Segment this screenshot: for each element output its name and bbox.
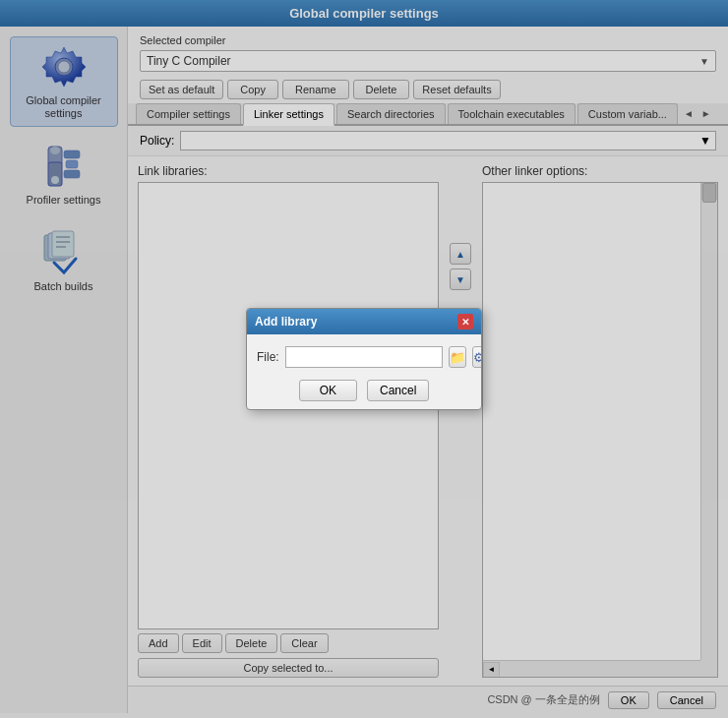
modal-file-label: File:: [257, 350, 279, 364]
modal-file-row: File: 📁 ⚙: [257, 346, 471, 368]
modal-close-button[interactable]: ✕: [457, 314, 473, 329]
modal-browse-button[interactable]: 📁: [449, 346, 466, 368]
modal-ok-button[interactable]: OK: [299, 380, 357, 401]
modal-file-input[interactable]: [285, 346, 443, 368]
modal-settings-button[interactable]: ⚙: [472, 346, 482, 368]
modal-actions: OK Cancel: [257, 380, 471, 401]
modal-cancel-button[interactable]: Cancel: [367, 380, 429, 401]
add-library-modal: Add library ✕ File: 📁 ⚙ OK Cancel: [246, 308, 482, 410]
modal-body: File: 📁 ⚙ OK Cancel: [247, 334, 481, 409]
modal-title-bar: Add library ✕: [247, 309, 481, 334]
modal-title: Add library: [255, 315, 317, 329]
modal-overlay: Add library ✕ File: 📁 ⚙ OK Cancel: [0, 0, 728, 718]
